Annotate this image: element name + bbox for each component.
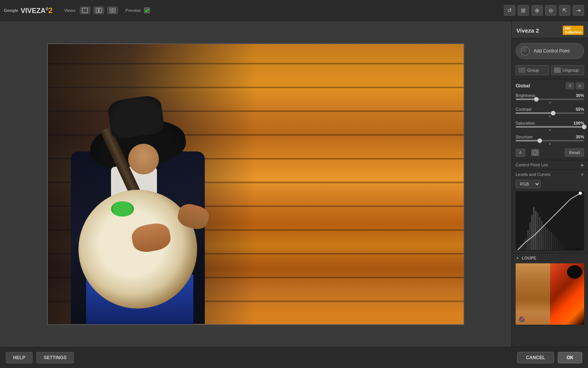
- saturation-thumb[interactable]: [582, 125, 586, 129]
- svg-rect-31: [563, 244, 564, 250]
- brightness-slider-row: Brightness 30% ▲: [516, 93, 584, 104]
- svg-rect-3: [110, 8, 112, 10]
- structure-value: 35%: [576, 135, 584, 139]
- contrast-fill: [516, 112, 553, 114]
- svg-rect-22: [545, 227, 546, 250]
- brightness-track[interactable]: [516, 99, 584, 100]
- right-panel: Viveza 2 NIKCollection Add Control Point…: [511, 21, 588, 347]
- structure-label: Structure: [516, 135, 533, 139]
- loupe-pin-button[interactable]: 📌: [519, 316, 525, 322]
- zoom-out-button[interactable]: ⊖: [545, 5, 557, 16]
- levels-curves-label: Levels and Curves: [516, 172, 550, 177]
- group-label: Group: [527, 68, 539, 72]
- curves-area[interactable]: [516, 191, 584, 251]
- logo-area: Google VIVEZA®2: [4, 6, 52, 15]
- control-point-list-expand-arrow[interactable]: ▶: [581, 163, 584, 167]
- svg-rect-21: [543, 225, 544, 250]
- close-panel-button[interactable]: ⇥: [573, 5, 584, 16]
- global-settings-icon[interactable]: ☰: [566, 82, 574, 89]
- face: [128, 144, 159, 174]
- global-header: Global ☰ ⊞: [516, 82, 584, 89]
- contrast-arrow: ▲: [516, 115, 584, 118]
- svg-rect-23: [547, 228, 548, 250]
- reset-button[interactable]: Reset: [565, 148, 584, 157]
- preview-label: Preview:: [126, 8, 142, 13]
- loupe-collapse-arrow[interactable]: ▼: [516, 256, 519, 260]
- bottom-right-buttons: CANCEL OK: [517, 352, 582, 363]
- svg-rect-6: [113, 11, 115, 13]
- svg-point-40: [579, 192, 582, 195]
- rgb-dropdown[interactable]: RGB Red Green Blue: [516, 180, 541, 188]
- reset-view-button[interactable]: ↺: [504, 5, 515, 16]
- contrast-label: Contrast: [516, 107, 532, 112]
- quad-view-button[interactable]: [107, 7, 118, 14]
- ungroup-button[interactable]: Ungroup: [551, 65, 585, 75]
- app-title: VIVEZA®2: [21, 6, 53, 15]
- contrast-slider-row: Contrast 55% ▲: [516, 107, 584, 118]
- global-section: Global ☰ ⊞ Brightness 30% ▲: [512, 79, 588, 160]
- ungroup-label: Ungroup: [563, 68, 579, 72]
- loupe-header: ▼ LOUPE: [516, 256, 584, 260]
- auto-button[interactable]: A: [516, 149, 525, 157]
- nik-collection-badge: NIKCollection: [563, 26, 583, 35]
- preview-section: Preview:: [126, 7, 150, 13]
- brightness-thumb[interactable]: [534, 97, 539, 102]
- contrast-track[interactable]: [516, 112, 584, 114]
- main-content: Viveza 2 NIKCollection Add Control Point…: [0, 21, 588, 347]
- structure-label-row: Structure 35%: [516, 135, 584, 139]
- global-icons: ☰ ⊞: [566, 82, 584, 89]
- contrast-thumb[interactable]: [551, 111, 555, 115]
- levels-curves-expand-arrow[interactable]: ▼: [580, 172, 584, 177]
- svg-rect-12: [526, 238, 527, 250]
- svg-point-7: [533, 151, 537, 154]
- toolbar-right: ↺ ⊞ ⊕ ⊖ ⇱ ⇥: [504, 5, 584, 16]
- svg-rect-19: [539, 217, 540, 250]
- fit-button[interactable]: ⇱: [559, 5, 570, 16]
- svg-rect-38: [577, 248, 578, 250]
- cancel-button[interactable]: CANCEL: [517, 352, 554, 363]
- contrast-value: 55%: [576, 107, 584, 112]
- structure-slider-row: Structure 35% ▲: [516, 135, 584, 145]
- svg-rect-27: [555, 237, 556, 250]
- svg-rect-24: [549, 230, 550, 250]
- levels-curves-section: Levels and Curves ▼ RGB Red Green Blue: [512, 169, 588, 253]
- saturation-label: Saturation: [516, 121, 535, 125]
- svg-rect-30: [561, 242, 562, 250]
- zoom-in-button[interactable]: ⊕: [531, 5, 543, 16]
- loupe-left-panel: [516, 263, 550, 325]
- svg-rect-39: [578, 249, 580, 250]
- brightness-label-row: Brightness 30%: [516, 93, 584, 98]
- bottom-left-buttons: HELP SETTINGS: [6, 352, 74, 363]
- flower-decoration: [111, 201, 134, 217]
- global-copy-icon[interactable]: ⊞: [576, 82, 584, 89]
- split-view-button[interactable]: [93, 7, 104, 14]
- panel-header: Viveza 2 NIKCollection: [512, 21, 588, 38]
- svg-rect-25: [551, 232, 552, 250]
- svg-rect-4: [113, 8, 115, 10]
- saturation-arrow: ▲: [516, 128, 584, 131]
- brightness-label: Brightness: [516, 93, 536, 98]
- color-icon-button[interactable]: [531, 149, 539, 156]
- structure-track[interactable]: [516, 140, 584, 141]
- group-button[interactable]: Group: [516, 65, 549, 75]
- canvas-area: [0, 21, 511, 347]
- settings-button[interactable]: SETTINGS: [36, 352, 74, 363]
- loupe-label: LOUPE: [522, 256, 536, 260]
- levels-curves-header: Levels and Curves ▼: [516, 172, 584, 177]
- ok-button[interactable]: OK: [558, 352, 582, 363]
- svg-rect-14: [529, 223, 531, 250]
- loupe-dark-patch: [567, 265, 582, 279]
- svg-rect-29: [559, 240, 560, 250]
- single-view-button[interactable]: [80, 7, 90, 14]
- global-label: Global: [516, 83, 530, 89]
- compare-button[interactable]: ⊞: [518, 5, 529, 16]
- structure-thumb[interactable]: [537, 138, 542, 143]
- image-container: [47, 43, 464, 325]
- svg-rect-37: [574, 248, 575, 250]
- saturation-track[interactable]: [516, 126, 584, 128]
- help-button[interactable]: HELP: [6, 352, 33, 363]
- svg-rect-17: [535, 211, 536, 250]
- preview-checkbox[interactable]: [144, 7, 150, 13]
- add-control-point-button[interactable]: Add Control Point: [516, 43, 584, 59]
- svg-rect-11: [523, 240, 524, 250]
